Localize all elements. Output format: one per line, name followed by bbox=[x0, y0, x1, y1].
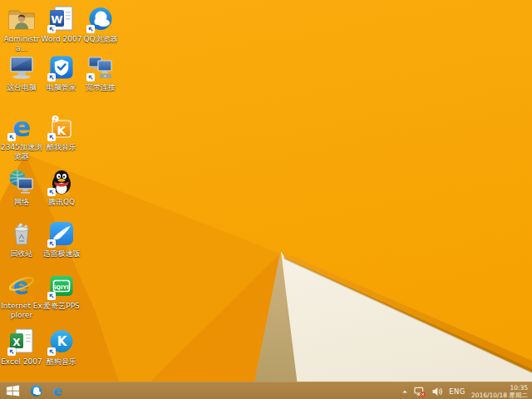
taskbar-icon-qq-browser[interactable] bbox=[25, 382, 47, 399]
shortcut-arrow-icon bbox=[47, 347, 56, 356]
shortcut-arrow-icon bbox=[86, 25, 95, 33]
svg-text:♪: ♪ bbox=[53, 116, 57, 123]
desktop-icon-recycle-bin[interactable]: 回收站 bbox=[2, 219, 41, 259]
taskbar: e ENG bbox=[0, 382, 532, 399]
icon-label: 酷狗音乐 bbox=[40, 357, 83, 367]
recycle-bin-icon bbox=[7, 219, 36, 248]
2345-browser-icon: e bbox=[7, 113, 36, 141]
shortcut-arrow-icon bbox=[47, 188, 56, 196]
icon-label: 腾讯QQ bbox=[40, 198, 83, 207]
desktop-icons: Administra... W Word 2007 QQ浏览器 这台电脑 电脑管… bbox=[0, 0, 532, 382]
shortcut-arrow-icon bbox=[86, 73, 95, 81]
taskbar-pinned-icons: e bbox=[25, 382, 68, 399]
tray-expand-button[interactable] bbox=[401, 388, 408, 395]
svg-text:X: X bbox=[12, 337, 21, 348]
pc-manager-icon bbox=[47, 53, 76, 81]
icon-label: 网络 bbox=[0, 198, 43, 207]
desktop-icon-qq-browser[interactable]: QQ浏览器 bbox=[81, 5, 120, 44]
icon-label: Administra... bbox=[0, 35, 43, 53]
shortcut-arrow-icon bbox=[47, 73, 56, 81]
iqiyi-pps-icon: iQIYI bbox=[47, 272, 76, 300]
icon-label: QQ浏览器 bbox=[79, 35, 122, 44]
shortcut-arrow-icon bbox=[7, 347, 16, 356]
desktop-icon-word-2007[interactable]: W Word 2007 bbox=[42, 5, 81, 44]
shortcut-arrow-icon bbox=[7, 133, 16, 141]
desktop-icon-2345-browser[interactable]: e 2345加速浏览器 bbox=[2, 113, 41, 161]
windows-logo-icon bbox=[6, 385, 20, 397]
language-indicator[interactable]: ENG bbox=[449, 387, 466, 396]
svg-text:iQIYI: iQIYI bbox=[54, 284, 68, 291]
desktop-screen: Administra... W Word 2007 QQ浏览器 这台电脑 电脑管… bbox=[0, 0, 532, 399]
svg-text:K: K bbox=[57, 124, 67, 137]
system-tray: ENG 10:35 2016/10/18 星期二 bbox=[401, 382, 532, 399]
volume-icon[interactable] bbox=[431, 386, 443, 397]
word-2007-icon: W bbox=[47, 5, 76, 33]
broadband-icon bbox=[86, 53, 115, 81]
2345-browser-icon: e bbox=[51, 384, 65, 398]
taskbar-icon-2345-browser[interactable]: e bbox=[47, 382, 68, 399]
icon-label: 电脑管家 bbox=[40, 83, 83, 92]
shortcut-arrow-icon bbox=[47, 25, 56, 33]
administrator-icon bbox=[7, 5, 36, 33]
qq-browser-icon bbox=[86, 5, 115, 33]
desktop-icon-xunlei[interactable]: 迅雷极速版 bbox=[42, 219, 81, 259]
this-pc-icon bbox=[7, 53, 36, 81]
kuwo-music-icon: ♪ K bbox=[47, 113, 76, 141]
svg-text:W: W bbox=[51, 13, 62, 26]
icon-label: 2345加速浏览器 bbox=[0, 143, 43, 161]
icon-label: 回收站 bbox=[0, 249, 43, 259]
desktop-icon-network[interactable]: 网络 bbox=[2, 168, 41, 207]
xunlei-icon bbox=[47, 219, 76, 248]
icon-label: 这台电脑 bbox=[0, 83, 43, 92]
svg-text:e: e bbox=[53, 384, 62, 398]
desktop-icon-this-pc[interactable]: 这台电脑 bbox=[2, 53, 41, 92]
qq-browser-icon bbox=[29, 384, 43, 398]
desktop-icon-excel-2007[interactable]: X Excel 2007 bbox=[2, 328, 41, 367]
clock[interactable]: 10:35 2016/10/18 星期二 bbox=[471, 384, 528, 399]
icon-label: 宽带连接 bbox=[79, 83, 122, 92]
desktop-icon-kugou-music[interactable]: K 酷狗音乐 bbox=[42, 328, 81, 367]
excel-2007-icon: X bbox=[7, 328, 36, 356]
svg-text:K: K bbox=[57, 334, 68, 349]
shortcut-arrow-icon bbox=[47, 292, 56, 300]
desktop-icon-tencent-qq[interactable]: 腾讯QQ bbox=[42, 168, 81, 207]
icon-label: 迅雷极速版 bbox=[40, 249, 83, 259]
icon-label: 爱奇艺PPS bbox=[40, 302, 83, 311]
desktop-icon-iqiyi-pps[interactable]: iQIYI 爱奇艺PPS bbox=[42, 272, 81, 311]
desktop-icon-kuwo-music[interactable]: ♪ K 酷我音乐 bbox=[42, 113, 81, 152]
clock-date: 2016/10/18 星期二 bbox=[471, 392, 528, 399]
network-status-icon[interactable] bbox=[414, 386, 426, 397]
chevron-up-icon bbox=[401, 388, 408, 395]
desktop-icon-administrator[interactable]: Administra... bbox=[2, 5, 41, 53]
network-icon bbox=[7, 168, 36, 196]
desktop-icon-broadband[interactable]: 宽带连接 bbox=[81, 53, 120, 92]
clock-time: 10:35 bbox=[510, 384, 528, 392]
icon-label: Word 2007 bbox=[40, 35, 83, 44]
icon-label: Internet Explorer bbox=[0, 302, 43, 320]
desktop-icon-internet-explorer[interactable]: e Internet Explorer bbox=[2, 272, 41, 320]
shortcut-arrow-icon bbox=[47, 133, 56, 141]
start-button[interactable] bbox=[0, 382, 25, 399]
kugou-music-icon: K bbox=[47, 328, 76, 356]
desktop-icon-pc-manager[interactable]: 电脑管家 bbox=[42, 53, 81, 92]
icon-label: Excel 2007 bbox=[0, 357, 43, 367]
internet-explorer-icon: e bbox=[7, 272, 36, 300]
tencent-qq-icon bbox=[47, 168, 76, 196]
icon-label: 酷我音乐 bbox=[40, 143, 83, 152]
shortcut-arrow-icon bbox=[47, 239, 56, 248]
